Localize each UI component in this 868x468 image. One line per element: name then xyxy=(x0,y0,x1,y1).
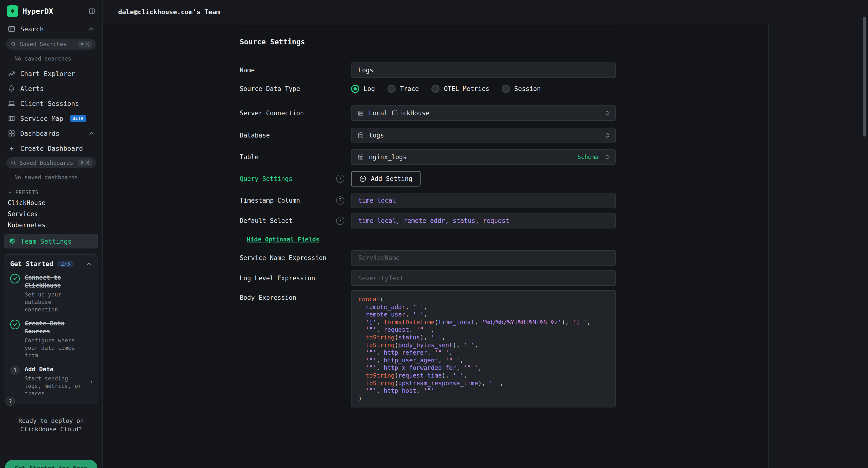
app-root: HyperDX Search Saved Searches ⌘ K No sav… xyxy=(0,0,868,468)
progress-badge: 2/3 xyxy=(57,261,74,267)
radio-log[interactable]: Log xyxy=(351,85,375,93)
get-started-step-connect[interactable]: Connect to ClickHouse Set up your databa… xyxy=(10,274,92,313)
timestamp-column-label: Timestamp Column xyxy=(240,197,300,204)
get-started-step-sources[interactable]: Create Data Sources Configure where your… xyxy=(10,320,92,359)
source-settings-form: Source Settings Name Source Data Type Lo… xyxy=(240,24,616,407)
name-input[interactable] xyxy=(351,62,616,78)
step-title: Create Data Sources xyxy=(25,320,92,335)
radio-otel-metrics[interactable]: OTEL Metrics xyxy=(431,85,489,93)
nav-label: Chart Explorer xyxy=(20,70,75,78)
sidebar-item-team-settings[interactable]: Team Settings xyxy=(4,234,98,248)
source-data-type-label: Source Data Type xyxy=(240,85,300,92)
add-setting-button[interactable]: Add Setting xyxy=(351,171,421,186)
team-settings-label: Team Settings xyxy=(21,238,72,245)
scrollbar-thumb[interactable] xyxy=(863,17,866,137)
no-saved-dashboards-text: No saved dashboards xyxy=(0,170,102,185)
chevron-up-icon xyxy=(88,26,94,32)
log-level-label: Log Level Expression xyxy=(240,274,315,282)
nav-label: Client Sessions xyxy=(20,100,79,107)
page-title: dale@clickhouse.com's Team xyxy=(118,8,220,16)
body-expression-code[interactable]: concat( remote_addr, ' ', remote_user, '… xyxy=(351,290,616,407)
help-icon[interactable]: ? xyxy=(336,175,344,183)
get-started-step-add-data[interactable]: 3 Add Data Start sending logs, metrics, … xyxy=(10,365,92,397)
form-row-timestamp-column: Timestamp Column ? xyxy=(240,193,616,208)
form-row-name: Name xyxy=(240,62,616,78)
radio-trace[interactable]: Trace xyxy=(388,85,419,93)
check-circle-icon xyxy=(10,274,20,284)
main-content: Source Settings Name Source Data Type Lo… xyxy=(103,24,868,468)
main-area: dale@clickhouse.com's Team Source Settin… xyxy=(103,0,868,468)
form-row-table: Table nginx_logs Schema xyxy=(240,149,616,165)
body-expression-label: Body Expression xyxy=(240,294,296,301)
brand-name: HyperDX xyxy=(23,7,53,16)
collapse-sidebar-icon[interactable] xyxy=(88,7,95,15)
get-started-cta-button[interactable]: Get Started for Free xyxy=(5,460,97,468)
chevron-up-icon[interactable] xyxy=(86,261,92,267)
radio-session[interactable]: Session xyxy=(502,85,541,93)
radio-unselected-icon xyxy=(431,85,439,93)
help-icon[interactable]: ? xyxy=(336,216,344,225)
help-icon[interactable]: ? xyxy=(336,196,344,205)
right-panel-area xyxy=(768,24,868,468)
server-connection-value: Local ClickHouse xyxy=(369,110,429,117)
default-select-input[interactable] xyxy=(351,213,616,229)
radio-label: Log xyxy=(364,85,375,92)
create-dashboard-button[interactable]: + Create Dashboard xyxy=(0,141,102,156)
sidebar-item-client-sessions[interactable]: Client Sessions xyxy=(0,96,102,111)
radio-label: Trace xyxy=(400,85,419,92)
step-title: Connect to ClickHouse xyxy=(25,274,92,290)
form-row-source-data-type: Source Data Type Log Trace OTEL Metri xyxy=(240,85,616,93)
get-started-title: Get Started xyxy=(10,260,53,267)
saved-dashboards-input[interactable]: Saved Dashboards ⌘ K xyxy=(6,157,96,168)
log-level-input[interactable] xyxy=(351,270,616,286)
chevron-updown-icon xyxy=(604,132,611,139)
shortcut-badge: ⌘ K xyxy=(78,159,92,166)
hide-optional-fields-link[interactable]: Hide Optional Fields xyxy=(247,236,319,243)
search-icon xyxy=(10,160,17,166)
sidebar-item-search[interactable]: Search xyxy=(0,21,102,37)
query-settings-label: Query Settings xyxy=(240,175,292,182)
hyperdx-logo-icon xyxy=(7,5,18,17)
sidebar-item-alerts[interactable]: Alerts xyxy=(0,81,102,96)
timestamp-column-input[interactable] xyxy=(351,193,616,208)
schema-link[interactable]: Schema xyxy=(578,154,598,160)
sidebar: HyperDX Search Saved Searches ⌘ K No sav… xyxy=(0,0,103,468)
chevron-updown-icon xyxy=(604,154,611,160)
nav-label: Service Map xyxy=(20,115,63,122)
presets-label: PRESETS xyxy=(16,189,38,196)
help-button[interactable]: ? xyxy=(6,397,15,406)
server-icon xyxy=(357,110,364,117)
server-connection-select[interactable]: Local ClickHouse xyxy=(351,106,616,121)
get-started-header[interactable]: Get Started 2/3 xyxy=(10,260,92,267)
saved-dashboards-placeholder: Saved Dashboards xyxy=(20,160,73,166)
service-name-input[interactable] xyxy=(351,250,616,266)
sidebar-item-clickhouse[interactable]: ClickHouse xyxy=(0,197,102,208)
radio-selected-icon xyxy=(351,85,359,93)
sidebar-item-services[interactable]: Services xyxy=(0,208,102,220)
step-desc: Start sending logs, metrics, or traces xyxy=(25,375,83,397)
sidebar-item-chart-explorer[interactable]: Chart Explorer xyxy=(0,66,102,81)
default-select-label: Default Select xyxy=(240,217,292,224)
table-icon xyxy=(357,154,364,160)
deploy-prompt-text: Ready to deploy on ClickHouse Cloud? xyxy=(6,417,96,434)
nav-label: Alerts xyxy=(20,85,44,92)
step-number-badge: 3 xyxy=(10,365,20,375)
saved-searches-input[interactable]: Saved Searches ⌘ K xyxy=(6,38,96,50)
sidebar-item-kubernetes[interactable]: Kubernetes xyxy=(0,220,102,231)
question-icon: ? xyxy=(9,398,12,404)
name-label: Name xyxy=(240,66,255,74)
map-icon xyxy=(8,115,16,122)
sidebar-item-dashboards[interactable]: Dashboards xyxy=(0,126,102,141)
server-connection-label: Server Connection xyxy=(240,110,304,117)
chevron-up-icon xyxy=(88,130,94,137)
sidebar-item-service-map[interactable]: Service Map BETA xyxy=(0,111,102,126)
bell-icon xyxy=(8,85,16,92)
source-data-type-radio-group: Log Trace OTEL Metrics Session xyxy=(351,85,616,93)
search-icon xyxy=(10,41,17,47)
database-select[interactable]: logs xyxy=(351,127,616,143)
presets-section-header[interactable]: PRESETS xyxy=(0,185,102,197)
search-section-label: Search xyxy=(20,25,44,33)
chart-icon xyxy=(8,70,16,78)
table-select[interactable]: nginx_logs Schema xyxy=(351,149,616,165)
nav-label: Dashboards xyxy=(20,130,60,137)
